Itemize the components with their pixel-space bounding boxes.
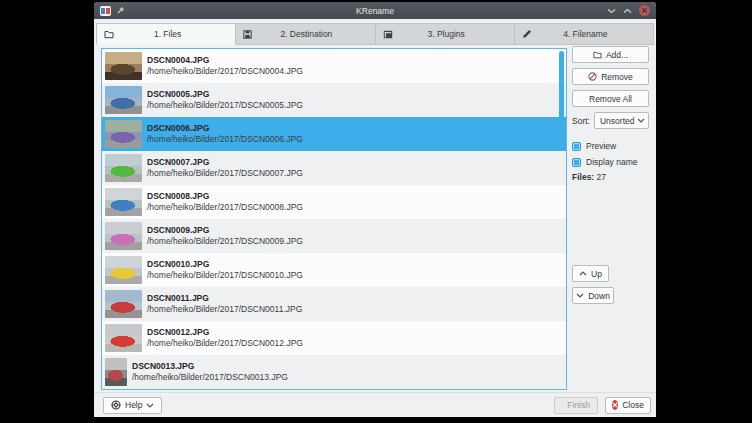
krename-app-icon[interactable]	[100, 6, 111, 16]
file-actions-panel: Add... Remove Remove All Sort: Unsorted	[572, 45, 651, 392]
display-name-checkbox-label: Display name	[586, 157, 638, 167]
plugins-icon	[383, 30, 393, 39]
file-path: /home/heiko/Bilder/2017/DSCN0009.JPG	[147, 236, 303, 247]
file-name: DSCN0010.JPG	[147, 259, 303, 270]
file-name: DSCN0009.JPG	[147, 225, 303, 236]
preview-checkbox-label: Preview	[586, 141, 616, 151]
move-up-button-label: Up	[591, 269, 602, 279]
remove-button[interactable]: Remove	[572, 68, 649, 85]
file-list-item[interactable]: DSCN0011.JPG /home/heiko/Bilder/2017/DSC…	[102, 287, 566, 321]
preview-checkbox[interactable]: Preview	[572, 141, 616, 151]
file-list-item[interactable]: DSCN0007.JPG /home/heiko/Bilder/2017/DSC…	[102, 151, 566, 185]
move-up-button[interactable]: Up	[572, 265, 609, 282]
file-name: DSCN0007.JPG	[147, 157, 303, 168]
desktop: KRename 1. Files	[0, 0, 752, 423]
file-path: /home/heiko/Bilder/2017/DSCN0007.JPG	[147, 168, 303, 179]
window-title: KRename	[94, 6, 656, 16]
tab-files-label: 1. Files	[114, 29, 221, 39]
folder-icon	[593, 51, 602, 59]
chevron-up-icon	[579, 271, 587, 276]
checkbox-checked-icon	[572, 158, 581, 167]
file-thumbnail	[105, 256, 142, 284]
wizard-tab-bar: 1. Files 2. Destination 3. Plugins 4. Fi…	[94, 19, 656, 45]
file-name: DSCN0006.JPG	[147, 123, 303, 134]
move-down-button-label: Down	[588, 291, 610, 301]
file-thumbnail	[105, 154, 142, 182]
file-thumbnail	[105, 86, 142, 114]
tab-filename[interactable]: 4. Filename	[515, 23, 654, 45]
tab-plugins[interactable]: 3. Plugins	[376, 23, 515, 45]
files-count-value: 27	[594, 172, 606, 182]
titlebar[interactable]: KRename	[94, 2, 656, 19]
display-name-checkbox[interactable]: Display name	[572, 157, 638, 167]
file-list-item[interactable]: DSCN0004.JPG /home/heiko/Bilder/2017/DSC…	[102, 49, 566, 83]
file-thumbnail	[105, 120, 142, 148]
file-list-item[interactable]: DSCN0009.JPG /home/heiko/Bilder/2017/DSC…	[102, 219, 566, 253]
file-name: DSCN0012.JPG	[147, 327, 303, 338]
no-entry-icon	[588, 72, 597, 81]
scrollbar-handle[interactable]	[559, 51, 564, 131]
krename-window: KRename 1. Files	[94, 2, 656, 417]
tab-destination[interactable]: 2. Destination	[236, 23, 375, 45]
file-thumbnail	[105, 188, 142, 216]
file-name: DSCN0008.JPG	[147, 191, 303, 202]
file-path: /home/heiko/Bilder/2017/DSCN0011.JPG	[147, 304, 302, 315]
checkbox-checked-icon	[572, 142, 581, 151]
file-path: /home/heiko/Bilder/2017/DSCN0010.JPG	[147, 270, 303, 281]
file-name: DSCN0013.JPG	[132, 361, 288, 372]
help-button-label: Help	[125, 400, 142, 410]
save-icon	[243, 30, 252, 39]
sort-dropdown-value: Unsorted	[600, 116, 637, 126]
pencil-icon	[522, 29, 532, 39]
files-count-label: Files:	[572, 172, 594, 182]
tab-files[interactable]: 1. Files	[96, 23, 236, 45]
file-list-item[interactable]: DSCN0005.JPG /home/heiko/Bilder/2017/DSC…	[102, 83, 566, 117]
file-list-item[interactable]: DSCN0008.JPG /home/heiko/Bilder/2017/DSC…	[102, 185, 566, 219]
tab-plugins-label: 3. Plugins	[393, 29, 500, 39]
pin-icon[interactable]	[116, 6, 125, 15]
file-name: DSCN0005.JPG	[147, 89, 303, 100]
close-button-label: Close	[622, 400, 644, 410]
close-button[interactable]: Close	[605, 397, 651, 414]
help-button[interactable]: Help	[103, 397, 162, 414]
move-down-button[interactable]: Down	[572, 287, 614, 304]
files-page: DSCN0004.JPG /home/heiko/Bilder/2017/DSC…	[94, 45, 656, 392]
tab-filename-label: 4. Filename	[532, 29, 639, 39]
maximize-button[interactable]	[623, 8, 632, 14]
file-path: /home/heiko/Bilder/2017/DSCN0012.JPG	[147, 338, 303, 349]
sort-label: Sort:	[572, 116, 590, 126]
file-list-item[interactable]: DSCN0012.JPG /home/heiko/Bilder/2017/DSC…	[102, 321, 566, 355]
minimize-button[interactable]	[607, 8, 616, 14]
file-path: /home/heiko/Bilder/2017/DSCN0013.JPG	[132, 372, 288, 383]
check-icon	[562, 402, 563, 409]
file-list-item[interactable]: DSCN0013.JPG /home/heiko/Bilder/2017/DSC…	[102, 355, 566, 389]
file-thumbnail	[105, 290, 142, 318]
finish-button-label: Finish	[567, 400, 590, 410]
folder-icon	[104, 30, 114, 39]
chevron-down-icon	[576, 293, 584, 298]
remove-button-label: Remove	[601, 72, 633, 82]
add-button[interactable]: Add...	[572, 46, 649, 63]
close-window-button[interactable]	[639, 5, 650, 16]
finish-button[interactable]: Finish	[554, 397, 598, 414]
tab-destination-label: 2. Destination	[252, 29, 360, 39]
file-thumbnail	[105, 324, 142, 352]
dialog-button-box: Help Finish Close	[94, 392, 656, 417]
file-name: DSCN0004.JPG	[147, 55, 303, 66]
file-path: /home/heiko/Bilder/2017/DSCN0006.JPG	[147, 134, 303, 145]
chevron-down-icon	[146, 403, 154, 408]
close-icon	[612, 400, 618, 410]
file-list-item[interactable]: DSCN0010.JPG /home/heiko/Bilder/2017/DSC…	[102, 253, 566, 287]
help-icon	[111, 400, 121, 410]
remove-all-button[interactable]: Remove All	[572, 90, 649, 107]
files-count: Files: 27	[572, 172, 606, 182]
file-thumbnail	[105, 222, 142, 250]
remove-all-button-label: Remove All	[589, 94, 632, 104]
file-thumbnail	[105, 52, 142, 80]
sort-dropdown[interactable]: Unsorted	[594, 112, 649, 129]
add-button-label: Add...	[606, 50, 628, 60]
file-list-item[interactable]: DSCN0006.JPG /home/heiko/Bilder/2017/DSC…	[102, 117, 566, 151]
file-path: /home/heiko/Bilder/2017/DSCN0005.JPG	[147, 100, 303, 111]
file-name: DSCN0011.JPG	[147, 293, 302, 304]
file-list: DSCN0004.JPG /home/heiko/Bilder/2017/DSC…	[101, 48, 567, 390]
